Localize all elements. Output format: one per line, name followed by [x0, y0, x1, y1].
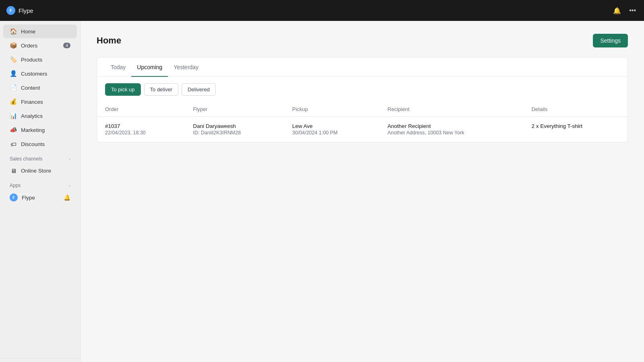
home-icon: 🏠 — [10, 28, 17, 35]
flype-app-icon: F — [10, 193, 18, 202]
cell-details: 2 x Everything T-shirt — [523, 117, 627, 142]
tabs: Today Upcoming Yesterday — [97, 58, 627, 77]
sidebar-item-orders[interactable]: 📦 Orders 4 — [3, 39, 77, 52]
sidebar-item-analytics-label: Analytics — [21, 113, 43, 119]
sidebar-item-home-label: Home — [21, 29, 35, 35]
tab-today[interactable]: Today — [105, 58, 131, 77]
sales-channels-chevron: › — [69, 156, 70, 161]
sales-channels-section-label: Sales channels › — [3, 151, 77, 163]
sidebar-item-content-label: Content — [21, 85, 40, 91]
sidebar-item-online-store[interactable]: 🖥 Online Store — [3, 164, 77, 177]
sidebar-item-home[interactable]: 🏠 Home — [3, 25, 77, 38]
flyper-id: ID: Daniil2K3IRNM28 — [193, 130, 276, 136]
page-header: Home Settings — [97, 34, 628, 47]
notification-bell-button[interactable]: 🔔 — [611, 5, 623, 16]
apps-chevron: › — [69, 183, 70, 188]
products-icon: 🏷️ — [10, 56, 17, 63]
sidebar: 🏠 Home 📦 Orders 4 🏷️ Products 👤 Customer… — [0, 21, 80, 362]
tab-yesterday[interactable]: Yesterday — [168, 58, 204, 77]
apps-label: Apps — [10, 183, 21, 188]
sidebar-item-content[interactable]: 📄 Content — [3, 81, 77, 95]
sidebar-nav: 🏠 Home 📦 Orders 4 🏷️ Products 👤 Customer… — [0, 21, 80, 358]
recipient-name: Another Recipient — [388, 123, 516, 129]
sidebar-item-flype-label: Flype — [22, 195, 35, 201]
cell-flyper: Dani Daryaweesh ID: Daniil2K3IRNM28 — [185, 117, 284, 142]
table-body: #1037 22/04/2023, 18:30 Dani Daryaweesh … — [97, 117, 627, 142]
flyper-name: Dani Daryaweesh — [193, 123, 276, 129]
sidebar-item-flype[interactable]: F Flype 🔔 — [3, 190, 77, 205]
order-number: #1037 — [105, 123, 177, 129]
topbar: F Flype 🔔 ••• — [0, 0, 644, 21]
filter-to-pick-up[interactable]: To pick up — [105, 83, 141, 96]
home-card: Today Upcoming Yesterday To pick up To d… — [97, 57, 628, 142]
table-header: Order Flyper Pickup Recipient Details — [97, 102, 627, 117]
main-content: Home Settings Today Upcoming Yesterday T… — [80, 21, 644, 362]
apps-section-label: Apps › — [3, 178, 77, 190]
sidebar-item-discounts-label: Discounts — [21, 141, 45, 147]
topbar-actions: 🔔 ••• — [611, 5, 638, 16]
customers-icon: 👤 — [10, 70, 17, 77]
orders-table: Order Flyper Pickup Recipient Details #1… — [97, 102, 627, 142]
col-details: Details — [523, 102, 627, 117]
table-row[interactable]: #1037 22/04/2023, 18:30 Dani Daryaweesh … — [97, 117, 627, 142]
sidebar-item-finances-label: Finances — [21, 99, 43, 105]
more-options-button[interactable]: ••• — [627, 5, 638, 16]
marketing-icon: 📣 — [10, 126, 17, 134]
sidebar-item-online-store-label: Online Store — [21, 168, 51, 174]
recipient-address: Another Address, 10003 New York — [388, 130, 516, 136]
filter-delivered[interactable]: Delivered — [182, 83, 216, 96]
cell-pickup: Lew Ave 30/04/2024 1:00 PM — [284, 117, 380, 142]
sidebar-item-products-label: Products — [21, 57, 42, 63]
col-recipient: Recipient — [380, 102, 524, 117]
orders-icon: 📦 — [10, 42, 17, 49]
filter-row: To pick up To deliver Delivered — [97, 77, 627, 102]
content-icon: 📄 — [10, 84, 17, 91]
sidebar-item-customers-label: Customers — [21, 71, 47, 77]
sidebar-item-marketing-label: Marketing — [21, 127, 45, 133]
sidebar-item-orders-label: Orders — [21, 43, 37, 49]
sidebar-item-discounts[interactable]: 🏷 Discounts — [3, 137, 77, 151]
sales-channels-label: Sales channels — [10, 156, 42, 162]
cell-recipient: Another Recipient Another Address, 10003… — [380, 117, 524, 142]
pickup-address: Lew Ave — [292, 123, 372, 129]
filter-to-deliver[interactable]: To deliver — [144, 83, 179, 96]
pickup-date: 30/04/2024 1:00 PM — [292, 130, 372, 136]
analytics-icon: 📊 — [10, 112, 17, 119]
orders-badge: 4 — [63, 43, 70, 48]
tab-upcoming[interactable]: Upcoming — [131, 58, 168, 77]
page-title: Home — [97, 35, 121, 46]
sidebar-bottom: ⚙️ Settings — [0, 358, 80, 362]
col-pickup: Pickup — [284, 102, 380, 117]
cell-order: #1037 22/04/2023, 18:30 — [97, 117, 185, 142]
brand-name: Flype — [19, 7, 33, 14]
sidebar-item-marketing[interactable]: 📣 Marketing — [3, 123, 77, 137]
order-date: 22/04/2023, 18:30 — [105, 130, 177, 136]
brand-icon: F — [6, 6, 15, 15]
finances-icon: 💰 — [10, 98, 17, 105]
sidebar-item-analytics[interactable]: 📊 Analytics — [3, 109, 77, 123]
col-flyper: Flyper — [185, 102, 284, 117]
topbar-brand: F Flype — [6, 6, 33, 15]
discounts-icon: 🏷 — [10, 140, 17, 148]
settings-button[interactable]: Settings — [593, 34, 628, 47]
sidebar-item-products[interactable]: 🏷️ Products — [3, 53, 77, 66]
sidebar-item-customers[interactable]: 👤 Customers — [3, 67, 77, 80]
col-order: Order — [97, 102, 185, 117]
flype-bell-icon: 🔔 — [64, 194, 70, 201]
online-store-icon: 🖥 — [10, 167, 17, 174]
sidebar-item-finances[interactable]: 💰 Finances — [3, 95, 77, 109]
